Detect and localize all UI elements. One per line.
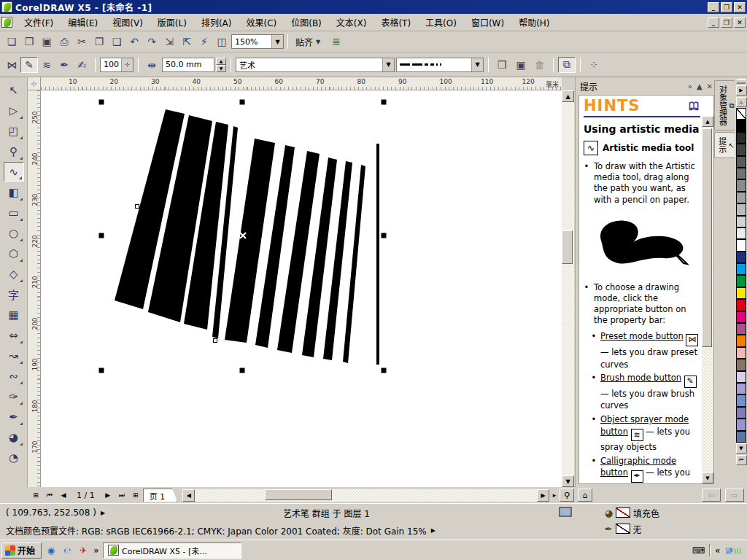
- palette-scroll-down-icon[interactable]: ▼: [736, 443, 747, 454]
- menu-item[interactable]: 表格(T): [374, 16, 418, 31]
- rectangle-tool[interactable]: ▭: [4, 203, 24, 222]
- menu-item[interactable]: 文件(F): [17, 16, 61, 31]
- outline-pen-tool[interactable]: ✒: [4, 407, 24, 427]
- selection-handle[interactable]: [240, 368, 245, 373]
- text-tool[interactable]: 字: [4, 284, 24, 304]
- slider-handle-icon[interactable]: ⊹: [121, 58, 133, 71]
- back-icon[interactable]: ⇦: [702, 489, 721, 502]
- color-swatch[interactable]: [736, 419, 746, 430]
- dimension-tool[interactable]: ⇔: [4, 325, 24, 345]
- color-swatch[interactable]: [736, 371, 746, 383]
- menu-item[interactable]: 效果(C): [239, 16, 284, 31]
- home-icon[interactable]: ⌂: [578, 489, 592, 502]
- scroll-up-icon[interactable]: ▲: [702, 116, 713, 127]
- color-swatch[interactable]: [736, 359, 746, 370]
- color-swatch[interactable]: [736, 156, 746, 168]
- media-player-icon[interactable]: ◉: [44, 544, 58, 557]
- internet-explorer-icon[interactable]: ℮: [61, 544, 74, 557]
- collapse-docker-icon[interactable]: »: [688, 82, 692, 90]
- scroll-right-icon[interactable]: ▶: [537, 489, 549, 502]
- category-combo[interactable]: 艺术 ▼: [236, 58, 395, 72]
- stroke-list-combo[interactable]: ▼: [396, 58, 484, 72]
- redo-icon[interactable]: ↷: [143, 34, 160, 50]
- pan-flyout-icon[interactable]: ▸: [550, 489, 559, 502]
- restore-button[interactable]: ❐: [721, 2, 732, 12]
- chevron-down-icon[interactable]: ▼: [471, 58, 483, 71]
- first-page-icon[interactable]: ⏮: [43, 489, 56, 502]
- undo-icon[interactable]: ↶: [125, 34, 143, 50]
- last-page-icon[interactable]: ⏭: [115, 489, 128, 502]
- menu-item[interactable]: 位图(B): [284, 16, 329, 31]
- selection-handle[interactable]: [99, 100, 104, 105]
- quick-zoom-icon[interactable]: ⚲: [560, 489, 574, 502]
- horizontal-ruler[interactable]: 毫米 102030405060708090100110120: [41, 77, 562, 90]
- preset-mode-button[interactable]: ⋈: [3, 57, 20, 73]
- application-launcher-icon[interactable]: ⚡: [196, 34, 213, 50]
- menu-item[interactable]: 帮助(H): [511, 16, 557, 31]
- table-tool[interactable]: ▦: [4, 305, 24, 324]
- vertical-ruler[interactable]: 250240230220210200190180170: [28, 90, 41, 487]
- color-swatch[interactable]: [736, 252, 746, 263]
- sprayer-mode-button[interactable]: ≋: [38, 57, 55, 73]
- fill-tool[interactable]: ◕: [4, 427, 24, 447]
- pressure-mode-button[interactable]: ✍: [73, 57, 90, 73]
- print-icon[interactable]: ⎙: [55, 34, 73, 50]
- polygon-tool[interactable]: ⬡: [4, 244, 24, 263]
- quick-launch-more-icon[interactable]: »: [93, 544, 100, 557]
- taskbar-task-coreldraw[interactable]: CorelDRAW X5 - [未...: [103, 542, 241, 559]
- open-icon[interactable]: ❒: [20, 34, 38, 50]
- path-node[interactable]: [214, 339, 217, 343]
- delete-stroke-icon[interactable]: 🗑: [531, 57, 549, 73]
- minimize-button[interactable]: _: [708, 2, 719, 12]
- pick-tool[interactable]: ↖: [4, 80, 24, 100]
- blend-tool[interactable]: ∾: [4, 366, 24, 386]
- save-stroke-icon[interactable]: ▣: [512, 57, 530, 73]
- import-icon[interactable]: ⇲: [160, 34, 178, 50]
- doc-minimize-button[interactable]: _: [708, 18, 719, 28]
- flyout-arrow-icon[interactable]: ▶: [431, 527, 436, 534]
- color-swatch[interactable]: [736, 179, 746, 191]
- shape-tool[interactable]: ▷: [4, 101, 24, 120]
- new-document-icon[interactable]: ❏: [3, 34, 20, 50]
- connector-tool[interactable]: ↝: [4, 346, 24, 365]
- ruler-origin[interactable]: ⊹: [28, 77, 41, 90]
- prev-page-icon[interactable]: ◀: [57, 489, 70, 502]
- calligraphic-mode-button[interactable]: ✒: [55, 57, 73, 73]
- color-eyedropper-tool[interactable]: ✑: [4, 386, 24, 406]
- color-swatch[interactable]: [736, 108, 746, 120]
- color-swatch[interactable]: [736, 383, 746, 394]
- menu-item[interactable]: 窗口(W): [464, 16, 511, 31]
- hint-link[interactable]: Brush mode button: [600, 373, 681, 383]
- selection-handle[interactable]: [99, 233, 104, 238]
- color-swatch[interactable]: [736, 311, 746, 323]
- forward-icon[interactable]: ⇨: [725, 489, 744, 502]
- color-swatch[interactable]: [736, 335, 746, 346]
- save-icon[interactable]: ▣: [38, 34, 55, 50]
- browse-icon[interactable]: ❒: [493, 57, 511, 73]
- cut-icon[interactable]: ✂: [73, 34, 90, 50]
- color-swatch[interactable]: [736, 192, 746, 203]
- close-docker-icon[interactable]: ✕: [707, 82, 713, 90]
- document-color-settings-icon[interactable]: [559, 507, 572, 517]
- color-swatch[interactable]: [736, 407, 746, 419]
- hints-scrollbar[interactable]: ▲ ▼: [702, 116, 713, 483]
- start-button[interactable]: 开始: [1, 542, 42, 559]
- selection-handle[interactable]: [382, 233, 387, 238]
- color-swatch[interactable]: [736, 168, 746, 179]
- menu-item[interactable]: 视图(V): [105, 16, 150, 31]
- color-swatch[interactable]: [736, 287, 746, 299]
- menu-item[interactable]: 排列(A): [194, 16, 239, 31]
- scroll-up-icon[interactable]: ▲: [562, 90, 574, 102]
- chevron-down-icon[interactable]: ▼: [271, 35, 283, 48]
- freehand-smoothing-field[interactable]: 100 ⊹: [100, 58, 133, 72]
- horizontal-scrollbar[interactable]: ◀ ▶: [182, 489, 549, 502]
- hints-scroll-thumb[interactable]: [702, 128, 712, 347]
- stroke-width-field[interactable]: 50.0 mm: [162, 58, 214, 72]
- path-node[interactable]: [136, 205, 139, 209]
- scroll-down-icon[interactable]: ▼: [702, 472, 713, 483]
- zoom-level-combo[interactable]: 150% ▼: [231, 34, 284, 49]
- close-button[interactable]: ✕: [734, 2, 746, 12]
- paste-icon[interactable]: ❑: [108, 34, 125, 50]
- add-page-icon[interactable]: ⊞: [29, 489, 42, 502]
- selection-handle[interactable]: [382, 100, 387, 105]
